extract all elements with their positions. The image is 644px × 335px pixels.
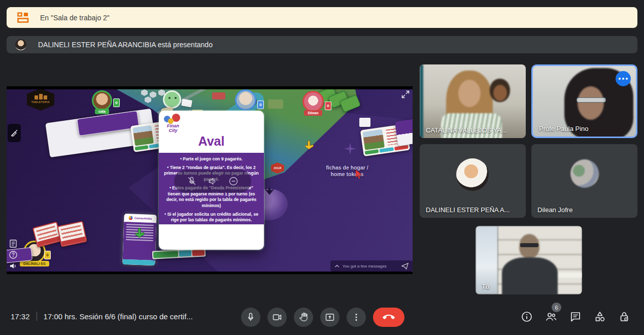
meeting-info: 17:32 17:00 hrs. Sesión 6/6 (final) curs… (11, 312, 193, 321)
property-art (362, 129, 384, 150)
info-button[interactable] (521, 311, 533, 323)
camera-button[interactable] (267, 308, 287, 327)
aval-bullet: Parte el juego con 9 pagarés. (163, 156, 259, 162)
presenting-text: DALINELI ESTER PEÑA ARANCIBIA está prese… (38, 41, 213, 49)
present-screen-icon (325, 312, 335, 322)
call-controls (241, 308, 404, 327)
participant-name: Profe Paula Pino (539, 125, 589, 132)
tile-options-button[interactable] (616, 71, 631, 86)
player-avatar (235, 89, 256, 111)
home-tokens-label-line1: fichas de hogar / (317, 164, 377, 171)
video-decor (420, 64, 423, 138)
expand-icon (401, 90, 410, 98)
person-torso (441, 113, 502, 138)
participant-name: CATALINA VALLEJOS YA... (426, 126, 507, 134)
participant-name: Tú (482, 283, 489, 290)
host-controls-button[interactable] (618, 311, 630, 323)
firework-token (344, 142, 357, 155)
sound-tool (9, 261, 18, 271)
raise-hand-icon (298, 312, 309, 322)
mic-off-icon (187, 176, 197, 186)
send-icon (401, 262, 409, 270)
board-building (268, 99, 283, 109)
player-name-tag: Dilean (304, 110, 322, 116)
purple-card (395, 118, 413, 146)
tile-dalineli[interactable]: DALINELI ESTER PEÑA A... (420, 144, 526, 218)
breakout-room-text: En "Sala de trabajo 2" (40, 14, 110, 22)
host-controls-lock-icon (618, 311, 630, 323)
person-face (578, 86, 604, 120)
consumista-title: Consumista (134, 217, 152, 220)
player-cata: cata (92, 90, 112, 114)
end-call-button[interactable] (373, 308, 404, 327)
tile-paula-active-speaker[interactable]: Profe Paula Pino (531, 64, 637, 138)
present-screen-button[interactable] (320, 308, 340, 327)
presentation-hover-controls (174, 170, 251, 193)
tile-catalina[interactable]: CATALINA VALLEJOS YA... (420, 64, 526, 138)
pagare-card (32, 221, 62, 248)
financity-balloons-icon (163, 114, 183, 124)
speaker-icon (9, 262, 17, 270)
people-count-badge: 6 (552, 303, 561, 312)
document-icon (10, 240, 17, 248)
volume-icon (208, 176, 218, 186)
player-name-tag: cata (95, 109, 109, 114)
people-button[interactable] (545, 311, 557, 323)
pen-disabled-icon (10, 129, 18, 137)
clock: 17:32 (11, 312, 30, 321)
player-chip: 0 (113, 98, 120, 107)
presenter-avatar (15, 39, 26, 50)
monster-token (163, 90, 181, 109)
board-building (212, 92, 225, 99)
mic-button[interactable] (241, 308, 260, 327)
divider (37, 312, 37, 321)
glasses (577, 97, 606, 103)
player-blue (235, 89, 256, 111)
end-call-icon (383, 311, 395, 323)
tabletop-scene: 2 2C/LR TABLETOPIA (7, 89, 413, 272)
meeting-title: 17:00 hrs. Sesión 6/6 (final) curso de c… (44, 312, 193, 321)
person-torso (502, 257, 558, 294)
help-tool (9, 250, 18, 259)
home-tokens-label-line2: home tokens (317, 171, 377, 178)
remote-cursor-hand-yellow (303, 140, 315, 151)
player-chip: 0 (325, 102, 331, 110)
tabletopia-crane-icon (35, 95, 47, 99)
pagare-card (57, 221, 87, 247)
chat-button[interactable] (569, 311, 582, 323)
financity-brand-line2: City (163, 128, 183, 133)
notes-tool (9, 239, 18, 248)
consumista-card: Consumista (122, 214, 156, 265)
child-face (493, 85, 507, 101)
people-icon (545, 311, 557, 323)
home-tokens-label: fichas de hogar / home tokens (317, 164, 377, 178)
mini-card (359, 118, 370, 127)
activities-button[interactable] (594, 311, 606, 323)
tile-self[interactable]: Tú (476, 226, 582, 294)
breakout-room-banner: En "Sala de trabajo 2" (7, 7, 637, 28)
player-chip: 0 (44, 251, 51, 259)
tabletop-chat-bar: You got a few messages (330, 260, 413, 272)
fullscreen-presentation-button[interactable] (401, 90, 411, 99)
presentation-area[interactable]: 2 2C/LR TABLETOPIA (7, 86, 413, 274)
tile-dilean[interactable]: Dilean Jofre (531, 144, 637, 218)
chat-hint-text: You got a few messages (343, 264, 398, 269)
player-dilean: Dilean (302, 91, 324, 116)
raise-hand-button[interactable] (294, 308, 313, 327)
property-art (132, 125, 154, 146)
remote-cursor-arrow-red (354, 170, 363, 180)
chevron-up-icon (334, 264, 340, 268)
more-options-button[interactable] (347, 308, 366, 327)
person-face (458, 80, 481, 107)
participant-name: DALINELI ESTER PEÑA A... (426, 206, 510, 214)
board-hex-badge: 2C/LR (271, 162, 284, 174)
glasses (520, 243, 538, 247)
meet-window: En "Sala de trabajo 2" DALINELI ESTER PE… (0, 0, 644, 335)
player-avatar (302, 91, 324, 112)
presenting-banner: DALINELI ESTER PEÑA ARANCIBIA está prese… (7, 36, 637, 53)
tabletopia-text: TABLETOPIA (31, 100, 50, 104)
player-chip: 0 (257, 100, 264, 109)
financity-logo-icon (129, 216, 133, 220)
info-icon (521, 311, 533, 323)
more-options-icon (351, 312, 361, 322)
